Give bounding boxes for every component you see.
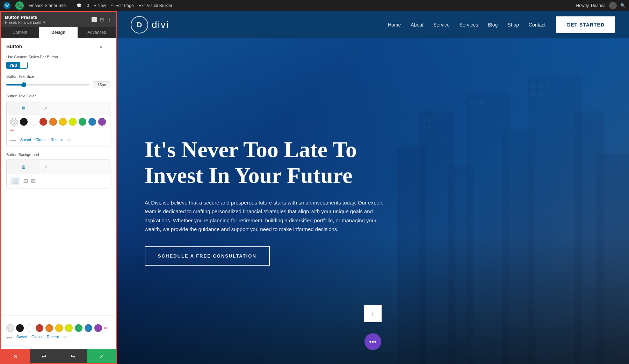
section-header: Button ▲ ⋮ — [6, 44, 110, 49]
nav-services[interactable]: Services — [460, 22, 478, 28]
nav-home[interactable]: Home — [388, 22, 401, 28]
recent-tab[interactable]: Recent — [51, 138, 63, 144]
bottom-color-edit-icon[interactable]: ✏ — [104, 325, 108, 331]
monitor-device-icon[interactable]: 🖥 — [7, 101, 40, 115]
bottom-dots-icon[interactable]: ••• — [6, 335, 12, 341]
bg-image-icon[interactable]: 🖼 — [31, 178, 36, 184]
panel-icon-resize[interactable]: ⬜ — [91, 17, 97, 22]
swatch-yellow[interactable] — [59, 118, 67, 126]
tab-advanced[interactable]: Advanced — [78, 27, 116, 38]
color-settings-icon[interactable]: ⚙ — [67, 138, 71, 144]
bottom-swatch-red[interactable] — [36, 324, 43, 332]
collapse-icon[interactable]: ▲ — [99, 44, 103, 49]
nav-shop[interactable]: Shop — [507, 22, 519, 28]
admin-bar-right: Howdy, Deanna 🔍 — [576, 2, 626, 9]
custom-styles-field: Use Custom Styles For Button YES — [6, 55, 110, 69]
site-icon: 📞 — [15, 1, 24, 10]
bg-type-row: ⬜ 🖼 🖼 — [7, 174, 110, 188]
swatch-purple[interactable] — [98, 118, 106, 126]
scroll-down-button[interactable]: ↓ — [364, 305, 382, 322]
bg-color-input[interactable]: ↗ — [40, 160, 110, 174]
site-nav: D divi Home About Service Services Blog … — [117, 11, 629, 38]
close-button[interactable]: ✕ — [1, 349, 30, 363]
bottom-section: ✏ ••• Saved Global Recent ⚙ — [1, 315, 116, 349]
panel-subtitle[interactable]: Preset: Finance Light ▼ — [5, 20, 46, 24]
panel-footer: ✕ ↩ ↪ ✓ — [1, 349, 116, 363]
bottom-swatch-white[interactable] — [26, 324, 34, 332]
swatch-white[interactable] — [30, 118, 37, 126]
bottom-swatch-green[interactable] — [75, 324, 82, 332]
bg-fill-icon[interactable]: ⬜ — [10, 177, 20, 185]
global-tab[interactable]: Global — [35, 138, 46, 144]
nav-blog[interactable]: Blog — [488, 22, 498, 28]
swatch-red[interactable] — [39, 118, 47, 126]
bottom-recent-tab[interactable]: Recent — [47, 335, 59, 341]
search-icon[interactable]: 🔍 — [620, 3, 626, 8]
bottom-color-tabs: ••• Saved Global Recent ⚙ — [6, 335, 110, 344]
undo-button[interactable]: ↩ — [30, 349, 59, 363]
bottom-swatch-orange[interactable] — [45, 324, 53, 332]
monitor-icon-2: 🖥 — [21, 164, 26, 170]
panel-content: Button ▲ ⋮ Use Custom Styles For Button … — [1, 38, 116, 315]
nav-contact[interactable]: Contact — [529, 22, 545, 28]
slider-thumb[interactable] — [21, 82, 26, 87]
site-name[interactable]: Finance Starter Site — [29, 3, 66, 8]
button-background-field: Button Background 🖥 ↗ ⬜ 🖼 🖼 — [6, 153, 110, 188]
tab-content[interactable]: Content — [1, 27, 39, 38]
hero-content: It's Never Too Late To Invest In Your Fu… — [117, 116, 417, 286]
bottom-swatch-lime[interactable] — [65, 324, 73, 332]
bottom-swatch-yellow[interactable] — [55, 324, 63, 332]
bottom-swatch-blue[interactable] — [85, 324, 92, 332]
tab-design[interactable]: Design — [39, 27, 78, 38]
bottom-swatch-transparent[interactable] — [6, 324, 14, 332]
color-edit-icon[interactable]: ✏ — [10, 128, 14, 133]
toggle-handle — [20, 64, 27, 66]
section-more-icon[interactable]: ⋮ — [106, 44, 110, 49]
undo-icon: ↩ — [42, 353, 46, 360]
cta-button[interactable]: SCHEDULE A FREE CONSULTATION — [145, 246, 270, 266]
new-button[interactable]: + New — [94, 3, 106, 8]
hero-title: It's Never Too Late To Invest In Your Fu… — [145, 137, 389, 188]
dots-icon[interactable]: ••• — [10, 138, 16, 144]
color-picker-background: 🖥 ↗ ⬜ 🖼 🖼 — [6, 159, 110, 188]
color-input-area[interactable]: ↗ — [40, 101, 110, 115]
saved-tab[interactable]: Saved — [20, 138, 31, 144]
button-background-label: Button Background — [6, 153, 110, 157]
swatch-green[interactable] — [79, 118, 86, 126]
bottom-swatch-black[interactable] — [16, 324, 24, 332]
fab-button[interactable]: ••• — [364, 333, 381, 350]
comments-count[interactable]: 0 — [87, 3, 89, 8]
exit-builder-button[interactable]: Exit Visual Builder — [139, 3, 173, 8]
scroll-arrow-icon: ↓ — [371, 310, 375, 317]
get-started-button[interactable]: GET STARTED — [556, 16, 615, 33]
admin-bar: W 📞 Finance Starter Site | 💬 0 + New ✏ E… — [0, 0, 629, 11]
wp-logo-icon[interactable]: W — [3, 2, 10, 9]
redo-button[interactable]: ↪ — [58, 349, 87, 363]
slider-container: 15px — [6, 81, 110, 88]
custom-styles-toggle[interactable]: YES — [6, 62, 28, 69]
comments-icon: 💬 — [77, 3, 82, 8]
edit-page-button[interactable]: ✏ Edit Page — [111, 3, 133, 8]
bottom-settings-icon[interactable]: ⚙ — [63, 335, 67, 341]
bottom-swatch-purple[interactable] — [94, 324, 102, 332]
color-picker-text: 🖥 ↗ — [6, 101, 110, 147]
slider-value[interactable]: 15px — [93, 81, 110, 88]
swatch-orange[interactable] — [49, 118, 57, 126]
slider-track — [6, 84, 89, 86]
swatch-transparent[interactable] — [10, 118, 18, 126]
panel-icon-more[interactable]: ⋮ — [107, 17, 112, 22]
confirm-icon: ✓ — [99, 353, 104, 360]
swatch-lime[interactable] — [69, 118, 77, 126]
bg-gradient-icon[interactable]: 🖼 — [23, 178, 28, 184]
nav-about[interactable]: About — [411, 22, 424, 28]
nav-service[interactable]: Service — [433, 22, 450, 28]
confirm-button[interactable]: ✓ — [87, 349, 116, 363]
toggle-container: YES — [6, 62, 110, 69]
bg-monitor-icon[interactable]: 🖥 — [7, 160, 40, 174]
avatar[interactable] — [609, 2, 617, 9]
swatch-black[interactable] — [20, 118, 28, 126]
bottom-saved-tab[interactable]: Saved — [16, 335, 27, 341]
swatch-blue[interactable] — [88, 118, 96, 126]
panel-icon-grid[interactable]: ⊞ — [100, 17, 104, 22]
bottom-global-tab[interactable]: Global — [31, 335, 43, 341]
